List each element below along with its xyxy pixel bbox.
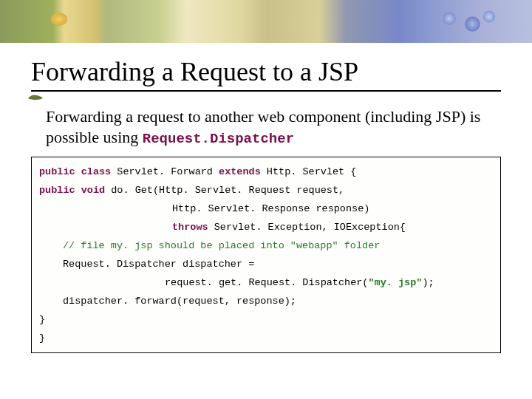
intro-code-term: Request.Dispatcher (143, 131, 294, 147)
decorative-banner (0, 0, 532, 43)
slide-content: Forwarding a Request to a JSP Forwarding… (0, 43, 532, 353)
intro-paragraph: Forwarding a request to another web comp… (46, 106, 501, 148)
code-line-7: request. get. Request. Dispatcher("my. j… (39, 274, 493, 293)
leaf-bullet-icon (27, 93, 44, 103)
code-line-3: Http. Servlet. Response response) (39, 200, 493, 219)
slide-title: Forwarding a Request to a JSP (31, 56, 501, 92)
code-line-9: } (39, 311, 493, 330)
code-line-5-comment: // file my. jsp should be placed into "w… (39, 237, 493, 256)
code-line-10: } (39, 330, 493, 348)
code-line-4: throws Servlet. Exception, IOException{ (39, 219, 493, 237)
title-text: Forwarding a Request to a JSP (31, 57, 358, 86)
code-block: public class Servlet. Forward extends Ht… (31, 157, 501, 353)
code-line-1: public class Servlet. Forward extends Ht… (39, 163, 493, 182)
code-line-6: Request. Dispatcher dispatcher = (39, 256, 493, 274)
code-line-2: public void do. Get(Http. Servlet. Reque… (39, 182, 493, 200)
code-line-8: dispatcher. forward(request, response); (39, 293, 493, 311)
